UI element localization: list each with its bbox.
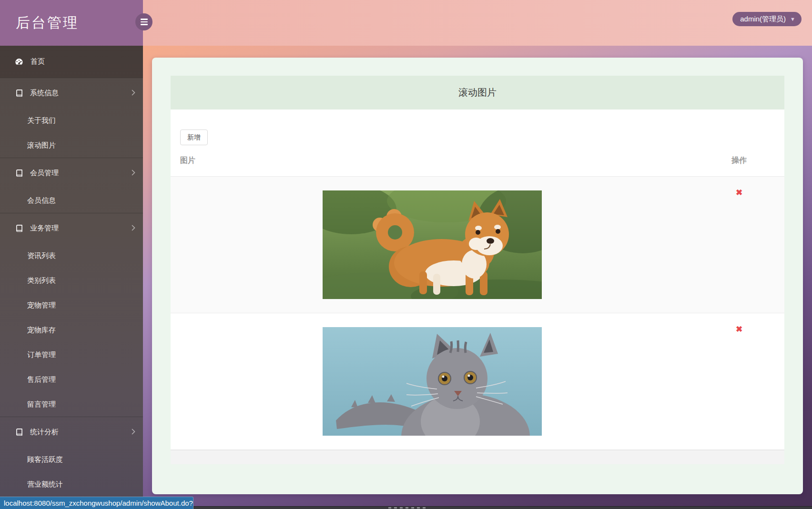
gray-kitten-photo: [323, 327, 542, 436]
sidebar-nav: 首页 系统信息 关于我们 滚动图片: [0, 46, 143, 497]
sidebar-group-label: 统计分析: [30, 428, 59, 437]
shiba-dog-photo: [323, 190, 542, 299]
sidebar-group-stats-analysis: 统计分析 顾客活跃度 营业额统计: [0, 417, 143, 497]
sidebar-item-pet-mgmt[interactable]: 宠物管理: [0, 293, 143, 318]
delete-button[interactable]: ✖: [736, 189, 742, 197]
top-header: admin(管理员) ▼: [143, 0, 812, 46]
sidebar: 后台管理 首页 系统信息: [0, 0, 143, 509]
sidebar-item-label: 宠物库存: [27, 326, 56, 335]
panel-footer: [171, 450, 784, 464]
book-icon: [15, 224, 23, 232]
sidebar-item-label: 关于我们: [27, 116, 56, 125]
user-menu[interactable]: admin(管理员) ▼: [732, 12, 802, 26]
sidebar-item-about-us[interactable]: 关于我们: [0, 108, 143, 133]
sidebar-item-label: 类别列表: [27, 276, 56, 285]
sidebar-item-news-list[interactable]: 资讯列表: [0, 243, 143, 268]
sidebar-item-label: 营业额统计: [27, 480, 63, 489]
sidebar-item-home[interactable]: 首页: [0, 46, 143, 78]
hamburger-icon: [141, 19, 148, 20]
content-card: 滚动图片 新增 图片 操作: [152, 58, 803, 494]
app-title: 后台管理: [16, 13, 79, 33]
sidebar-item-message-mgmt[interactable]: 留言管理: [0, 392, 143, 417]
sidebar-item-label: 售后管理: [27, 375, 56, 384]
sidebar-group-member-mgmt-header[interactable]: 会员管理: [0, 158, 143, 188]
sidebar-group-label: 业务管理: [30, 224, 59, 233]
delete-x-icon: ✖: [736, 188, 742, 197]
sidebar-item-scroll-images[interactable]: 滚动图片: [0, 133, 143, 158]
column-header-image: 图片: [171, 145, 694, 176]
user-label: admin(管理员): [740, 15, 786, 24]
sidebar-group-member-mgmt: 会员管理 会员信息: [0, 158, 143, 213]
scroll-images-panel: 滚动图片 新增 图片 操作: [171, 76, 784, 464]
sidebar-group-stats-analysis-header[interactable]: 统计分析: [0, 417, 143, 447]
chevron-right-icon: [131, 89, 135, 97]
delete-x-icon: ✖: [736, 325, 742, 334]
sidebar-item-label: 顾客活跃度: [27, 455, 63, 464]
sidebar-item-category-list[interactable]: 类别列表: [0, 268, 143, 293]
images-table: 图片 操作: [171, 145, 784, 450]
book-icon: [15, 428, 23, 436]
sidebar-group-system-info: 系统信息 关于我们 滚动图片: [0, 78, 143, 158]
delete-button[interactable]: ✖: [736, 325, 742, 333]
dashboard-gauge-icon: [15, 58, 23, 66]
sidebar-item-label: 首页: [30, 57, 45, 66]
sidebar-toggle-button[interactable]: [135, 13, 152, 30]
sidebar-item-label: 会员信息: [27, 196, 56, 205]
sidebar-item-pet-stock[interactable]: 宠物库存: [0, 318, 143, 342]
sidebar-item-customer-activity[interactable]: 顾客活跃度: [0, 447, 143, 472]
clipped-footer-text: [388, 507, 427, 509]
sidebar-group-label: 系统信息: [30, 89, 59, 98]
sidebar-group-system-info-header[interactable]: 系统信息: [0, 78, 143, 108]
sidebar-item-label: 订单管理: [27, 350, 56, 359]
sidebar-item-label: 资讯列表: [27, 251, 56, 260]
sidebar-item-order-mgmt[interactable]: 订单管理: [0, 342, 143, 367]
add-button[interactable]: 新增: [180, 130, 208, 145]
chevron-down-icon: ▼: [790, 16, 795, 22]
column-header-action: 操作: [694, 145, 784, 176]
panel-title: 滚动图片: [171, 76, 784, 110]
chevron-right-icon: [131, 224, 135, 232]
sidebar-item-member-info[interactable]: 会员信息: [0, 188, 143, 213]
table-header-row: 图片 操作: [171, 145, 784, 176]
sidebar-group-label: 会员管理: [30, 169, 59, 178]
sidebar-group-business-mgmt: 业务管理 资讯列表 类别列表 宠物管理 宠物库存 订单管理 售后管理: [0, 213, 143, 417]
sidebar-group-business-mgmt-header[interactable]: 业务管理: [0, 213, 143, 243]
chevron-right-icon: [131, 428, 135, 436]
book-icon: [15, 89, 23, 97]
sidebar-item-label: 滚动图片: [27, 141, 56, 150]
app-window: 后台管理 首页 系统信息: [0, 0, 812, 509]
table-row: ✖: [171, 176, 784, 313]
table-row: ✖: [171, 313, 784, 449]
chevron-right-icon: [131, 169, 135, 177]
sidebar-item-aftersales-mgmt[interactable]: 售后管理: [0, 367, 143, 392]
sidebar-item-revenue-stats[interactable]: 营业额统计: [0, 472, 143, 497]
browser-status-bar: localhost:8080/ssm_zxchongwushop/admin/s…: [0, 497, 193, 509]
book-icon: [15, 169, 23, 177]
sidebar-item-label: 宠物管理: [27, 301, 56, 310]
sidebar-item-label: 留言管理: [27, 400, 56, 409]
app-logo: 后台管理: [0, 0, 143, 46]
main-content: 滚动图片 新增 图片 操作: [143, 46, 812, 509]
